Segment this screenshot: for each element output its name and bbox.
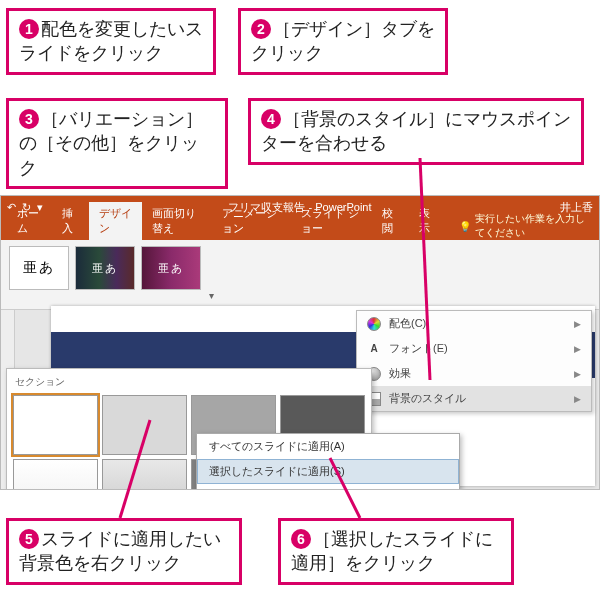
bg-swatch-5[interactable]: [13, 459, 98, 490]
document-title: フリマ収支報告 - PowerPoint: [228, 200, 371, 215]
tab-insert[interactable]: 挿入: [52, 202, 89, 240]
bg-swatch-2[interactable]: [102, 395, 187, 455]
menu-effects-label: 効果: [389, 366, 411, 381]
ribbon-tabs: ホーム 挿入 デザイン 画面切り替え アニメーション スライド ショー 校閲 表…: [1, 218, 599, 240]
menu-fonts[interactable]: A フォント(E) ▶: [357, 336, 591, 361]
callout-text-2: ［デザイン］タブをクリック: [251, 19, 435, 63]
menu-background-styles[interactable]: 背景のスタイル ▶: [357, 386, 591, 411]
variation-menu: 配色(C) ▶ A フォント(E) ▶ 効果 ▶ 背景のスタイル ▶: [356, 310, 592, 412]
tell-me-text: 実行したい作業を入力してください: [475, 212, 593, 240]
lightbulb-icon: 💡: [459, 221, 471, 232]
callout-6: 6［選択したスライドに適用］をクリック: [278, 518, 514, 585]
callout-3: 3［バリエーション］の［その他］をクリック: [6, 98, 228, 189]
theme-thumb-3[interactable]: 亜あ: [141, 246, 201, 290]
chevron-right-icon: ▶: [574, 369, 581, 379]
callout-1: 1配色を変更したいスライドをクリック: [6, 8, 216, 75]
callout-4: 4［背景のスタイル］にマウスポインターを合わせる: [248, 98, 584, 165]
callout-num-1: 1: [19, 19, 39, 39]
tab-review[interactable]: 校閲: [372, 202, 409, 240]
callout-text-3: ［バリエーション］の［その他］をクリック: [19, 109, 203, 178]
tell-me-box[interactable]: 💡 実行したい作業を入力してください: [453, 212, 599, 240]
bg-swatch-6[interactable]: [102, 459, 187, 490]
powerpoint-window: ↶ ↻ ▾ フリマ収支報告 - PowerPoint 井上香 ホーム 挿入 デザ…: [0, 195, 600, 490]
ribbon-design: 亜あ 亜あ 亜あ ▾: [1, 240, 599, 310]
gallery-section-label: セクション: [11, 373, 367, 393]
menu-colors[interactable]: 配色(C) ▶: [357, 311, 591, 336]
themes-more-button[interactable]: ▾: [207, 288, 216, 303]
swatch-context-menu: すべてのスライドに適用(A) 選択したスライドに適用(S) ギャラリーをクイック…: [196, 433, 460, 490]
callout-5: 5スライドに適用したい背景色を右クリック: [6, 518, 242, 585]
chevron-right-icon: ▶: [574, 344, 581, 354]
menu-effects[interactable]: 効果 ▶: [357, 361, 591, 386]
tab-view[interactable]: 表示: [409, 202, 446, 240]
callout-num-2: 2: [251, 19, 271, 39]
menu-bg-label: 背景のスタイル: [389, 391, 466, 406]
chevron-right-icon: ▶: [574, 394, 581, 404]
callout-text-6: ［選択したスライドに適用］をクリック: [291, 529, 493, 573]
theme-gallery: 亜あ 亜あ 亜あ: [9, 246, 201, 303]
ctx-apply-selected[interactable]: 選択したスライドに適用(S): [197, 459, 459, 484]
menu-fonts-label: フォント(E): [389, 341, 448, 356]
theme-thumb-2[interactable]: 亜あ: [75, 246, 135, 290]
chevron-right-icon: ▶: [574, 319, 581, 329]
tab-design[interactable]: デザイン: [89, 202, 142, 240]
ctx-apply-all[interactable]: すべてのスライドに適用(A): [197, 434, 459, 459]
callout-num-6: 6: [291, 529, 311, 549]
tab-transitions[interactable]: 画面切り替え: [142, 202, 212, 240]
callout-text-5: スライドに適用したい背景色を右クリック: [19, 529, 221, 573]
callout-2: 2［デザイン］タブをクリック: [238, 8, 448, 75]
callout-text-1: 配色を変更したいスライドをクリック: [19, 19, 203, 63]
bg-swatch-1[interactable]: [13, 395, 98, 455]
theme-thumb-1[interactable]: 亜あ: [9, 246, 69, 290]
font-icon: A: [367, 342, 381, 356]
callout-text-4: ［背景のスタイル］にマウスポインターを合わせる: [261, 109, 571, 153]
ctx-add-qat[interactable]: ギャラリーをクイック アクセス ツール バーに追加(A): [197, 484, 459, 490]
callout-num-3: 3: [19, 109, 39, 129]
callout-num-5: 5: [19, 529, 39, 549]
tab-home[interactable]: ホーム: [7, 202, 52, 240]
callout-num-4: 4: [261, 109, 281, 129]
palette-icon: [367, 317, 381, 331]
menu-colors-label: 配色(C): [389, 316, 426, 331]
